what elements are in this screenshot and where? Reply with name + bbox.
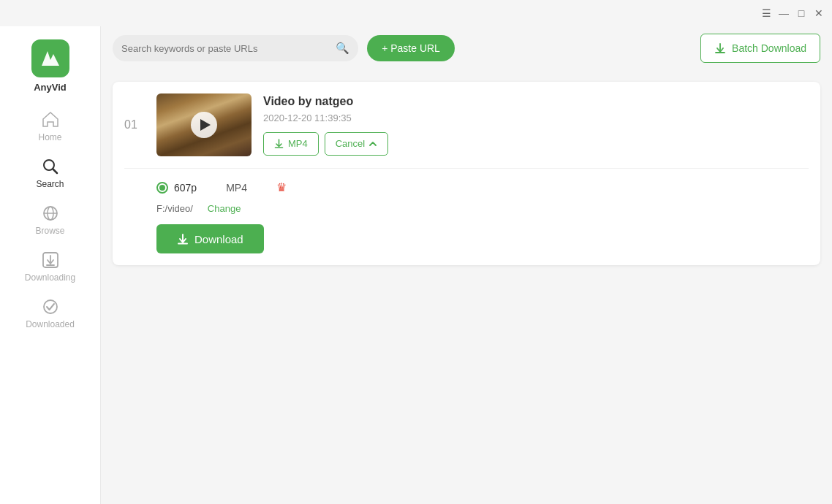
format-label: MP4 <box>226 182 247 194</box>
app-logo-icon <box>31 39 69 77</box>
crown-icon: ♛ <box>276 180 287 194</box>
download-label: Download <box>194 233 243 245</box>
maximize-button[interactable]: □ <box>795 7 807 19</box>
logo-area: AnyVid <box>31 26 69 103</box>
play-triangle-icon <box>200 119 211 131</box>
svg-line-1 <box>53 169 57 174</box>
app-name: AnyVid <box>34 82 67 93</box>
mp4-button[interactable]: MP4 <box>263 132 319 156</box>
downloading-label: Downloading <box>25 272 75 283</box>
quality-label: 607p <box>174 182 197 194</box>
menu-icon[interactable]: ☰ <box>760 7 772 19</box>
batch-download-button[interactable]: Batch Download <box>700 34 820 63</box>
batch-download-icon <box>714 42 726 54</box>
sidebar-item-downloaded[interactable]: Downloaded <box>0 290 100 337</box>
quality-row: 607p MP4 ♛ <box>156 180 809 194</box>
content-area: 🔍 + Paste URL Batch Download 01 <box>101 26 832 504</box>
video-card: 01 Video by natgeo 2020-12-20 11:39:35 <box>113 82 820 265</box>
top-bar: 🔍 + Paste URL Batch Download <box>101 26 832 70</box>
sidebar-item-search[interactable]: Search <box>0 150 100 196</box>
search-label: Search <box>36 179 64 189</box>
download-options: 607p MP4 ♛ F:/video/ Change <box>113 169 820 265</box>
sidebar-item-downloading[interactable]: Downloading <box>0 243 100 290</box>
sidebar-item-home[interactable]: Home <box>0 103 100 150</box>
download-icon <box>177 233 189 245</box>
save-path: F:/video/ <box>156 203 193 214</box>
path-row: F:/video/ Change <box>156 203 809 214</box>
downloaded-icon <box>41 297 60 316</box>
svg-point-8 <box>44 300 57 313</box>
close-button[interactable]: ✕ <box>813 7 825 19</box>
download-button[interactable]: Download <box>156 224 264 253</box>
browse-label: Browse <box>35 226 64 236</box>
mp4-download-icon <box>274 139 284 148</box>
play-button[interactable] <box>191 112 217 138</box>
chevron-up-icon <box>368 140 377 148</box>
search-submit-icon[interactable]: 🔍 <box>336 42 349 55</box>
change-path-button[interactable]: Change <box>208 203 241 214</box>
video-title: Video by natgeo <box>263 95 809 108</box>
title-bar: ☰ — □ ✕ <box>0 0 832 26</box>
search-box[interactable]: 🔍 <box>113 35 358 61</box>
cancel-label: Cancel <box>336 138 365 149</box>
home-label: Home <box>38 132 61 142</box>
search-input[interactable] <box>121 43 330 54</box>
mp4-label: MP4 <box>288 138 308 149</box>
browse-icon <box>41 204 60 223</box>
downloading-icon <box>41 251 60 270</box>
video-actions: MP4 Cancel <box>263 132 809 156</box>
quality-radio[interactable] <box>156 182 168 194</box>
downloaded-label: Downloaded <box>26 319 75 329</box>
sidebar: AnyVid Home Search Browse <box>0 26 101 504</box>
app-body: AnyVid Home Search Browse <box>0 26 832 504</box>
quality-selector[interactable]: 607p <box>156 182 197 194</box>
video-date: 2020-12-20 11:39:35 <box>263 112 809 123</box>
video-number: 01 <box>124 118 145 131</box>
home-icon <box>41 110 60 129</box>
video-info: Video by natgeo 2020-12-20 11:39:35 MP4 <box>263 95 809 156</box>
sidebar-item-browse[interactable]: Browse <box>0 196 100 243</box>
batch-download-label: Batch Download <box>732 42 806 54</box>
paste-url-button[interactable]: + Paste URL <box>367 35 455 61</box>
cancel-button[interactable]: Cancel <box>325 132 388 156</box>
radio-inner <box>159 185 165 191</box>
video-card-header: 01 Video by natgeo 2020-12-20 11:39:35 <box>113 82 820 168</box>
minimize-button[interactable]: — <box>778 7 790 19</box>
paste-url-label: + Paste URL <box>382 42 440 54</box>
search-icon <box>41 157 60 176</box>
video-thumbnail[interactable] <box>156 93 252 156</box>
main-content: 01 Video by natgeo 2020-12-20 11:39:35 <box>101 70 832 504</box>
